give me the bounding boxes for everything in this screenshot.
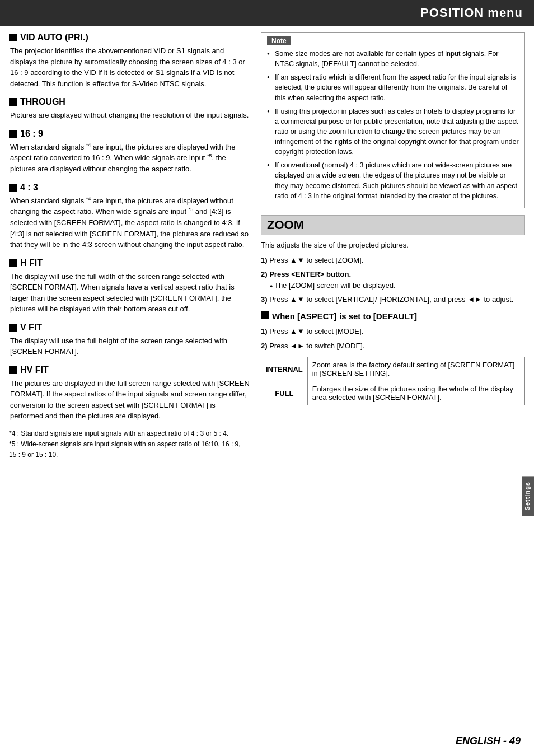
zoom-step-2: 2) Press <ENTER> button. The [ZOOM] scre… xyxy=(261,269,525,291)
footnotes: *4 : Standard signals are input signals … xyxy=(9,428,250,461)
section-hv-fit-body: The pictures are displayed in the full s… xyxy=(10,378,250,422)
black-square-icon xyxy=(9,34,17,41)
section-4-3-body: When standard signals *4 are input, the … xyxy=(10,195,250,250)
note-item-1: Some size modes are not available for ce… xyxy=(267,49,519,69)
note-item-3: If using this projector in places such a… xyxy=(267,106,519,157)
table-desc-internal: Zoom area is the factory default setting… xyxy=(307,357,524,381)
black-square-icon xyxy=(9,184,17,192)
zoom-steps: 1) Press ▲▼ to select [ZOOM]. 2) Press <… xyxy=(261,255,525,305)
page-header: POSITION menu xyxy=(0,0,534,26)
section-h-fit-body: The display will use the full width of t… xyxy=(10,271,250,315)
section-h-fit: H FIT xyxy=(9,258,250,268)
table-label-internal: INTERNAL xyxy=(261,357,308,381)
zoom-table: INTERNAL Zoom area is the factory defaul… xyxy=(261,357,525,405)
black-square-icon xyxy=(9,259,17,267)
table-label-full: FULL xyxy=(261,381,308,405)
black-square-icon xyxy=(261,311,269,319)
section-hv-fit: HV FIT xyxy=(9,365,250,375)
black-square-icon xyxy=(9,324,17,332)
section-16-9: 16 : 9 xyxy=(9,129,250,139)
note-label: Note xyxy=(267,36,291,45)
note-item-4: If conventional (normal) 4 : 3 pictures … xyxy=(267,160,519,201)
section-vid-auto: VID AUTO (PRI.) xyxy=(9,32,250,43)
black-square-icon xyxy=(9,98,17,106)
footer: ENGLISH - 49 xyxy=(456,735,521,747)
black-square-icon xyxy=(9,130,17,138)
right-column: Note Some size modes are not available f… xyxy=(261,32,525,460)
footnote-4: *4 : Standard signals are input signals … xyxy=(9,428,250,439)
zoom-step-3: 3) Press ▲▼ to select [VERTICAL]/ [HORIZ… xyxy=(261,294,525,305)
note-list: Some size modes are not available for ce… xyxy=(267,49,519,201)
zoom-step-1: 1) Press ▲▼ to select [ZOOM]. xyxy=(261,255,525,266)
aspect-section-title: When [ASPECT] is set to [DEFAULT] xyxy=(261,311,525,322)
zoom-step-2-sub: The [ZOOM] screen will be displayed. xyxy=(270,280,525,291)
aspect-steps: 1) Press ▲▼ to select [MODE]. 2) Press ◄… xyxy=(261,326,525,351)
aspect-step-2: 2) Press ◄► to switch [MODE]. xyxy=(261,340,525,352)
section-16-9-body: When standard signals *4 are input, the … xyxy=(10,142,250,175)
footnote-5: *5 : Wide-screen signals are input signa… xyxy=(9,439,250,460)
section-through-body: Pictures are displayed without changing … xyxy=(10,110,250,121)
note-item-2: If an aspect ratio which is different fr… xyxy=(267,72,519,102)
aspect-step-1: 1) Press ▲▼ to select [MODE]. xyxy=(261,326,525,337)
zoom-intro: This adjusts the size of the projected p… xyxy=(261,241,525,249)
black-square-icon xyxy=(9,366,17,374)
zoom-header: ZOOM xyxy=(261,215,525,235)
table-row-full: FULL Enlarges the size of the pictures u… xyxy=(261,381,525,405)
note-box: Note Some size modes are not available f… xyxy=(261,32,525,208)
section-through: THROUGH xyxy=(9,97,250,107)
header-title: POSITION menu xyxy=(420,6,523,20)
left-column: VID AUTO (PRI.) The projector identifies… xyxy=(9,32,250,460)
table-row-internal: INTERNAL Zoom area is the factory defaul… xyxy=(261,357,525,381)
section-4-3: 4 : 3 xyxy=(9,183,250,193)
side-tab: Settings xyxy=(522,476,534,516)
section-v-fit-body: The display will use the full height of … xyxy=(10,335,250,357)
table-desc-full: Enlarges the size of the pictures using … xyxy=(307,381,524,405)
section-vid-auto-body: The projector identifies the abovementio… xyxy=(10,45,250,89)
section-v-fit: V FIT xyxy=(9,323,250,333)
